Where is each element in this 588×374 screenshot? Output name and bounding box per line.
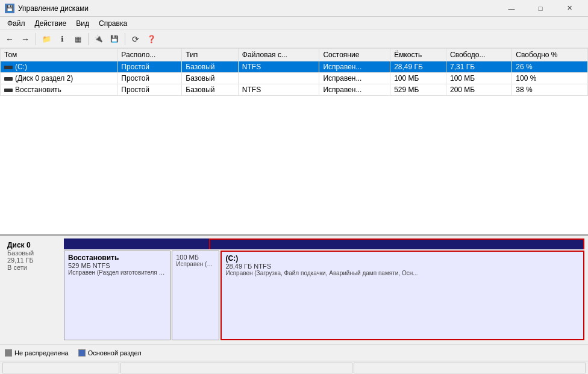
cell-free-percent: 26 % [512, 61, 588, 73]
cell-volume: Восстановить [1, 84, 117, 96]
window-controls: — □ ✕ [498, 2, 583, 14]
cell-free: 200 МБ [446, 84, 512, 96]
connect-button[interactable]: 🔌 [92, 32, 106, 46]
disk-header-bar [64, 238, 584, 249]
cell-location: Простой [117, 61, 182, 73]
table-row[interactable]: (Диск 0 раздел 2) Простой Базовый Исправ… [1, 73, 588, 84]
grid-button[interactable]: ▦ [70, 32, 85, 46]
col-type[interactable]: Тип [182, 49, 239, 61]
title-bar: 💾 Управление дисками — □ ✕ [0, 0, 588, 17]
legend-color-unallocated [5, 349, 12, 357]
partition-c-status: Исправен (Загрузка, Файл подкачки, Авари… [225, 270, 580, 276]
disk-row-0: Диск 0 Базовый 29,11 ГБ В сети Восстанов… [0, 236, 588, 344]
partition-restore-name: Восстановить [68, 254, 166, 262]
table-section: Том Располо... Тип Файловая с... Состоян… [0, 48, 588, 235]
partition-c[interactable]: (C:) 28,49 ГБ NTFS Исправен (Загрузка, Ф… [220, 251, 584, 340]
disk-map-section: Диск 0 Базовый 29,11 ГБ В сети Восстанов… [0, 235, 588, 344]
legend-unallocated: Не распределена [5, 349, 69, 357]
partition-100mb[interactable]: 100 МБ Исправен (Шифрованный (El... [172, 251, 219, 340]
cell-status: Исправен... [319, 73, 390, 84]
legend-label-unallocated: Не распределена [14, 349, 69, 357]
col-location[interactable]: Располо... [117, 49, 182, 61]
col-free-percent[interactable]: Свободно % [512, 49, 588, 61]
cell-location: Простой [117, 84, 182, 96]
cell-free-percent: 100 % [512, 73, 588, 84]
menu-view[interactable]: Вид [71, 18, 94, 28]
table-header-row: Том Располо... Тип Файловая с... Состоян… [1, 49, 588, 61]
cell-status: Исправен... [319, 84, 390, 96]
folder-button[interactable]: 📁 [39, 32, 54, 46]
cell-capacity: 529 МБ [390, 84, 446, 96]
volumes-table: Том Располо... Тип Файловая с... Состоян… [0, 48, 588, 96]
cell-type: Базовый [182, 73, 239, 84]
col-volume[interactable]: Том [1, 49, 117, 61]
disk-type: Базовый [7, 249, 60, 257]
header-bar-1 [64, 238, 167, 249]
partition-restore-size: 529 МБ NTFS [68, 262, 166, 269]
status-bar [0, 361, 588, 374]
cell-status: Исправен... [319, 61, 390, 73]
toolbar-separator-1 [36, 33, 36, 45]
cell-volume: (Диск 0 раздел 2) [1, 73, 117, 84]
menu-action[interactable]: Действие [30, 18, 72, 28]
toolbar-separator-3 [125, 33, 125, 45]
disk-status: В сети [7, 264, 60, 271]
forward-button[interactable]: → [18, 32, 33, 46]
table-row[interactable]: (C:) Простой Базовый NTFS Исправен... 28… [1, 61, 588, 73]
info-button[interactable]: ℹ [55, 32, 69, 46]
disk-icon-button[interactable]: 💾 [107, 32, 122, 46]
cell-location: Простой [117, 73, 182, 84]
header-bar-3-selected [209, 238, 584, 249]
legend-label-primary: Основной раздел [88, 349, 142, 357]
window-title: Управление дисками [18, 4, 498, 13]
cell-free: 7,31 ГБ [446, 61, 512, 73]
cell-type: Базовый [182, 61, 239, 73]
cell-free-percent: 38 % [512, 84, 588, 96]
toolbar: ← → 📁 ℹ ▦ 🔌 💾 ⟳ ❓ [0, 30, 588, 48]
cell-free: 100 МБ [446, 73, 512, 84]
legend-bar: Не распределена Основной раздел [0, 344, 588, 361]
main-container: Том Располо... Тип Файловая с... Состоян… [0, 48, 588, 361]
disk-partitions: Восстановить 529 МБ NTFS Исправен (Разде… [64, 238, 584, 341]
cell-filesystem: NTFS [238, 61, 319, 73]
legend-primary: Основной раздел [78, 349, 142, 357]
partition-restore[interactable]: Восстановить 529 МБ NTFS Исправен (Разде… [64, 251, 170, 340]
col-free[interactable]: Свободо... [446, 49, 512, 61]
minimize-button[interactable]: — [498, 2, 525, 14]
legend-color-primary [78, 349, 86, 357]
menu-help[interactable]: Справка [94, 18, 132, 28]
col-capacity[interactable]: Ёмкость [390, 49, 446, 61]
partition-c-size: 28,49 ГБ NTFS [225, 263, 580, 270]
cell-volume: (C:) [1, 61, 117, 73]
partition-100mb-size: 100 МБ [176, 254, 215, 261]
status-pane-2 [120, 363, 352, 373]
help-button[interactable]: ❓ [144, 32, 158, 46]
partition-restore-status: Исправен (Раздел изготовителя оборуд... [68, 269, 166, 276]
close-button[interactable]: ✕ [555, 2, 583, 14]
header-bar-2 [167, 238, 209, 249]
disk-label: Диск 0 Базовый 29,11 ГБ В сети [4, 238, 64, 341]
app-icon: 💾 [5, 4, 14, 13]
partitions-row: Восстановить 529 МБ NTFS Исправен (Разде… [64, 249, 584, 341]
disk-size: 29,11 ГБ [7, 257, 60, 264]
partition-c-name: (C:) [225, 254, 580, 263]
maximize-button[interactable]: □ [527, 2, 554, 14]
toolbar-separator-2 [88, 33, 89, 45]
menu-file[interactable]: Файл [2, 18, 30, 28]
disk-name: Диск 0 [7, 241, 60, 249]
table-row[interactable]: Восстановить Простой Базовый NTFS Исправ… [1, 84, 588, 96]
cell-type: Базовый [182, 84, 239, 96]
cell-filesystem: NTFS [238, 84, 319, 96]
partition-100mb-status: Исправен (Шифрованный (El... [176, 261, 215, 267]
col-filesystem[interactable]: Файловая с... [238, 49, 319, 61]
col-status[interactable]: Состояние [319, 49, 390, 61]
cell-capacity: 100 МБ [390, 73, 446, 84]
back-button[interactable]: ← [2, 32, 17, 46]
status-pane-1 [2, 363, 119, 373]
status-pane-3 [354, 363, 586, 373]
refresh-button[interactable]: ⟳ [128, 32, 143, 46]
cell-filesystem [238, 73, 319, 84]
menu-bar: Файл Действие Вид Справка [0, 17, 588, 30]
cell-capacity: 28,49 ГБ [390, 61, 446, 73]
